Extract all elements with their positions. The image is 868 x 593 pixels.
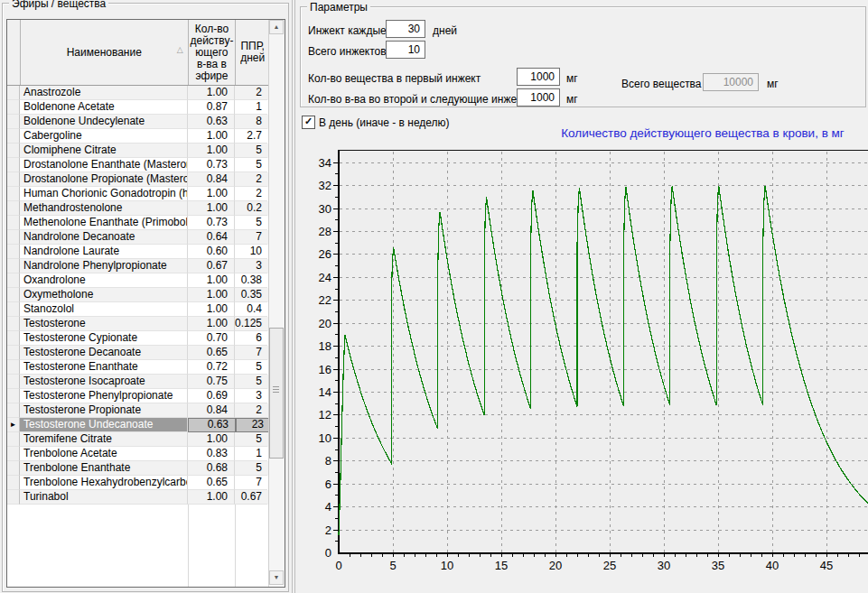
- table-row[interactable]: Cabergoline1.002.7: [7, 129, 269, 144]
- cell-ppr[interactable]: 1: [235, 100, 267, 115]
- cell-substance-name[interactable]: Nandrolone Phenylpropionate: [20, 259, 188, 273]
- cell-fraction[interactable]: 0.65: [188, 346, 235, 360]
- cell-substance-name[interactable]: Testosterone Isocaproate: [20, 375, 188, 389]
- table-row[interactable]: Drostanolone Propionate (Masteron)0.842: [7, 172, 269, 187]
- table-row[interactable]: Turinabol1.000.67: [7, 490, 269, 505]
- cell-substance-name[interactable]: Methandrostenolone: [20, 201, 188, 216]
- cell-fraction[interactable]: 1.00: [188, 432, 235, 447]
- cell-ppr[interactable]: 0.4: [235, 302, 267, 317]
- column-header-ppr[interactable]: ППР, дней: [236, 20, 269, 85]
- cell-ppr[interactable]: 0.2: [235, 201, 267, 216]
- panel-splitter[interactable]: [289, 0, 297, 593]
- cell-fraction[interactable]: 0.75: [188, 375, 235, 389]
- cell-substance-name[interactable]: Trenbolone Enanthate: [20, 461, 188, 476]
- cell-substance-name[interactable]: Testosterone Enanthate: [20, 360, 188, 375]
- cell-ppr[interactable]: 0.125: [235, 317, 267, 331]
- table-row[interactable]: Anastrozole1.002: [7, 86, 269, 100]
- cell-substance-name[interactable]: Trenbolone Hexahydrobenzylcarbonate: [20, 476, 188, 490]
- column-header-fraction[interactable]: Кол-во действу- ющего в-ва в эфире: [189, 20, 237, 85]
- scroll-down-icon[interactable]: ▼: [269, 570, 284, 585]
- cell-fraction[interactable]: 0.67: [188, 259, 235, 273]
- cell-ppr[interactable]: 0.67: [235, 490, 267, 505]
- table-row[interactable]: ►Testosterone Undecanoate0.6323: [7, 418, 269, 432]
- cell-fraction[interactable]: 0.73: [188, 216, 235, 230]
- table-row[interactable]: Nandrolone Phenylpropionate0.673: [7, 259, 269, 273]
- table-row[interactable]: Testosterone1.000.125: [7, 317, 269, 331]
- table-row[interactable]: Methandrostenolone1.000.2: [7, 201, 269, 216]
- cell-substance-name[interactable]: Drostanolone Enanthate (Masteron): [20, 158, 188, 172]
- table-scrollbar[interactable]: ▲ ▼: [268, 20, 285, 585]
- table-row[interactable]: Oxymetholone1.000.35: [7, 288, 269, 302]
- total-injects-input[interactable]: [386, 41, 425, 59]
- cell-fraction[interactable]: 0.64: [188, 230, 235, 245]
- table-row[interactable]: Stanozolol1.000.4: [7, 302, 269, 317]
- cell-ppr[interactable]: 6: [235, 331, 267, 346]
- cell-fraction[interactable]: 0.73: [188, 158, 235, 172]
- cell-fraction[interactable]: 1.00: [188, 144, 235, 158]
- cell-substance-name[interactable]: Testosterone Undecanoate: [20, 418, 188, 432]
- table-row[interactable]: Nandrolone Laurate0.6010: [7, 245, 269, 259]
- cell-fraction[interactable]: 0.60: [188, 245, 235, 259]
- cell-ppr[interactable]: 5: [235, 144, 267, 158]
- cell-substance-name[interactable]: Nandrolone Decanoate: [20, 230, 188, 245]
- cell-fraction[interactable]: 1.00: [188, 317, 235, 331]
- scrollbar-thumb[interactable]: [269, 328, 284, 459]
- cell-substance-name[interactable]: Anastrozole: [20, 86, 188, 100]
- table-row[interactable]: Testosterone Cypionate0.706: [7, 331, 269, 346]
- cell-fraction[interactable]: 0.83: [188, 447, 235, 461]
- cell-substance-name[interactable]: Drostanolone Propionate (Masteron): [20, 172, 188, 187]
- cell-ppr[interactable]: 2.7: [235, 129, 267, 144]
- cell-substance-name[interactable]: Oxymetholone: [20, 288, 188, 302]
- cell-fraction[interactable]: 0.69: [188, 389, 235, 403]
- cell-ppr[interactable]: 7: [235, 476, 267, 490]
- cell-ppr[interactable]: 5: [235, 360, 267, 375]
- cell-ppr[interactable]: 5: [235, 461, 267, 476]
- cell-substance-name[interactable]: Cabergoline: [20, 129, 188, 144]
- table-row[interactable]: Trenbolone Acetate0.831: [7, 447, 269, 461]
- cell-ppr[interactable]: 3: [235, 389, 267, 403]
- cell-fraction[interactable]: 0.87: [188, 100, 235, 115]
- table-row[interactable]: Methenolone Enanthate (Primobolan)0.735: [7, 216, 269, 230]
- cell-ppr[interactable]: 7: [235, 230, 267, 245]
- cell-fraction[interactable]: 0.84: [188, 172, 235, 187]
- scroll-up-icon[interactable]: ▲: [269, 20, 284, 34]
- cell-fraction[interactable]: 1.00: [188, 201, 235, 216]
- cell-ppr[interactable]: 2: [235, 172, 267, 187]
- cell-ppr[interactable]: 5: [235, 158, 267, 172]
- cell-fraction[interactable]: 1.00: [188, 187, 235, 201]
- cell-ppr[interactable]: 0.38: [235, 273, 267, 288]
- table-row[interactable]: Oxandrolone1.000.38: [7, 273, 269, 288]
- cell-fraction[interactable]: 1.00: [188, 288, 235, 302]
- cell-fraction[interactable]: 1.00: [188, 86, 235, 100]
- table-row[interactable]: Boldenone Acetate0.871: [7, 100, 269, 115]
- table-row[interactable]: Drostanolone Enanthate (Masteron)0.735: [7, 158, 269, 172]
- table-row[interactable]: Trenbolone Enanthate0.685: [7, 461, 269, 476]
- cell-substance-name[interactable]: Oxandrolone: [20, 273, 188, 288]
- cell-substance-name[interactable]: Turinabol: [20, 490, 188, 505]
- table-row[interactable]: Testosterone Isocaproate0.755: [7, 375, 269, 389]
- cell-fraction[interactable]: 0.63: [188, 418, 236, 432]
- cell-fraction[interactable]: 0.84: [188, 403, 235, 418]
- cell-substance-name[interactable]: Testosterone Propionate: [20, 403, 188, 418]
- cell-ppr[interactable]: 5: [235, 375, 267, 389]
- cell-substance-name[interactable]: Testosterone Decanoate: [20, 346, 188, 360]
- cell-substance-name[interactable]: Testosterone Cypionate: [20, 331, 188, 346]
- cell-ppr[interactable]: 2: [235, 403, 267, 418]
- table-row[interactable]: Toremifene Citrate1.005: [7, 432, 269, 447]
- cell-substance-name[interactable]: Clomiphene Citrate: [20, 144, 188, 158]
- cell-ppr[interactable]: 0.35: [235, 288, 267, 302]
- cell-ppr[interactable]: 23: [236, 418, 269, 432]
- cell-substance-name[interactable]: Boldenone Acetate: [20, 100, 188, 115]
- cell-substance-name[interactable]: Nandrolone Laurate: [20, 245, 188, 259]
- table-row[interactable]: Boldenone Undecylenate0.638: [7, 115, 269, 129]
- cell-fraction[interactable]: 1.00: [188, 490, 235, 505]
- cell-substance-name[interactable]: Toremifene Citrate: [20, 432, 188, 447]
- inject-every-input[interactable]: [386, 20, 425, 38]
- cell-ppr[interactable]: 10: [235, 245, 267, 259]
- cell-fraction[interactable]: 0.65: [188, 476, 235, 490]
- cell-ppr[interactable]: 2: [235, 86, 267, 100]
- cell-ppr[interactable]: 3: [235, 259, 267, 273]
- cell-substance-name[interactable]: Testosterone Phenylpropionate: [20, 389, 188, 403]
- column-header-name[interactable]: Наименование △: [21, 20, 189, 85]
- cell-substance-name[interactable]: Human Chorionic Gonadotropin (hCG): [20, 187, 188, 201]
